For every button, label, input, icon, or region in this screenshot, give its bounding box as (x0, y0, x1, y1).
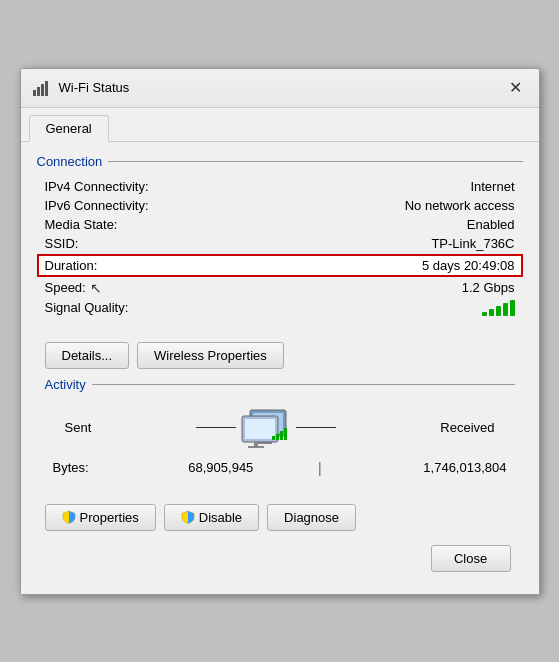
signal-bar-3 (496, 306, 501, 316)
svg-rect-3 (45, 81, 48, 96)
signal-bar-5 (510, 300, 515, 316)
speed-row: Speed: ↖ 1.2 Gbps (37, 278, 523, 298)
wifi-status-window: Wi-Fi Status ✕ General Connection IPv4 C… (20, 68, 540, 595)
media-state-value: Enabled (467, 217, 515, 232)
bytes-divider: | (318, 460, 322, 476)
signal-quality-row: Signal Quality: (37, 298, 523, 318)
wifi-icon (33, 80, 51, 96)
close-row: Close (37, 539, 523, 582)
duration-label: Duration: (45, 258, 98, 273)
window-title: Wi-Fi Status (59, 80, 130, 95)
details-button[interactable]: Details... (45, 342, 130, 369)
svg-rect-15 (284, 428, 287, 440)
signal-bar-1 (482, 312, 487, 316)
received-line (296, 427, 336, 428)
media-state-row: Media State: Enabled (37, 215, 523, 234)
monitor-svg (240, 408, 292, 448)
bytes-label: Bytes: (53, 460, 89, 475)
signal-bar-4 (503, 303, 508, 316)
svg-rect-1 (37, 87, 40, 96)
content-area: Connection IPv4 Connectivity: Internet I… (21, 142, 539, 594)
activity-section-header: Activity (45, 377, 515, 392)
bottom-buttons: Properties Disable Diagnose (37, 496, 523, 539)
duration-value: 5 days 20:49:08 (422, 258, 515, 273)
ssid-row: SSID: TP-Link_736C (37, 234, 523, 253)
sent-line (196, 427, 236, 428)
ipv6-label: IPv6 Connectivity: (45, 198, 149, 213)
activity-section: Activity Sent (37, 377, 523, 480)
speed-label: Speed: ↖ (45, 280, 102, 296)
svg-rect-13 (276, 434, 279, 440)
tab-general[interactable]: General (29, 115, 109, 142)
connection-section: Connection IPv4 Connectivity: Internet I… (37, 154, 523, 318)
tab-bar: General (21, 108, 539, 142)
ipv4-value: Internet (470, 179, 514, 194)
computer-signal-icon (240, 408, 292, 448)
svg-rect-14 (280, 431, 283, 440)
shield-icon (62, 510, 76, 524)
close-button[interactable]: Close (431, 545, 511, 572)
ipv6-value: No network access (405, 198, 515, 213)
shield-disable-icon (181, 510, 195, 524)
network-diagram (196, 408, 336, 448)
duration-row: Duration: 5 days 20:49:08 (37, 254, 523, 277)
signal-quality-label: Signal Quality: (45, 300, 129, 315)
diagnose-button[interactable]: Diagnose (267, 504, 356, 531)
connection-buttons: Details... Wireless Properties (37, 334, 523, 377)
svg-rect-12 (272, 436, 275, 440)
ipv4-row: IPv4 Connectivity: Internet (37, 177, 523, 196)
received-bytes-value: 1,746,013,804 (386, 460, 506, 475)
close-title-button[interactable]: ✕ (505, 77, 527, 99)
ssid-value: TP-Link_736C (431, 236, 514, 251)
svg-rect-0 (33, 90, 36, 96)
media-state-label: Media State: (45, 217, 118, 232)
ipv4-label: IPv4 Connectivity: (45, 179, 149, 194)
wireless-properties-button[interactable]: Wireless Properties (137, 342, 284, 369)
sent-label: Sent (65, 420, 92, 435)
ssid-label: SSID: (45, 236, 79, 251)
bytes-row: Bytes: 68,905,945 | 1,746,013,804 (45, 456, 515, 480)
properties-button[interactable]: Properties (45, 504, 156, 531)
svg-rect-2 (41, 84, 44, 96)
svg-rect-10 (254, 442, 258, 446)
activity-diagram: Sent (45, 400, 515, 456)
svg-rect-9 (245, 419, 275, 439)
sent-bytes-value: 68,905,945 (153, 460, 253, 475)
received-label: Received (440, 420, 494, 435)
signal-quality-value (482, 300, 515, 316)
signal-bars (482, 300, 515, 316)
svg-rect-11 (248, 446, 264, 448)
connection-section-header: Connection (37, 154, 523, 169)
speed-value: 1.2 Gbps (462, 280, 515, 295)
disable-button[interactable]: Disable (164, 504, 259, 531)
title-bar: Wi-Fi Status ✕ (21, 69, 539, 108)
ipv6-row: IPv6 Connectivity: No network access (37, 196, 523, 215)
cursor-icon: ↖ (90, 280, 102, 296)
signal-bar-2 (489, 309, 494, 316)
title-bar-left: Wi-Fi Status (33, 80, 130, 96)
